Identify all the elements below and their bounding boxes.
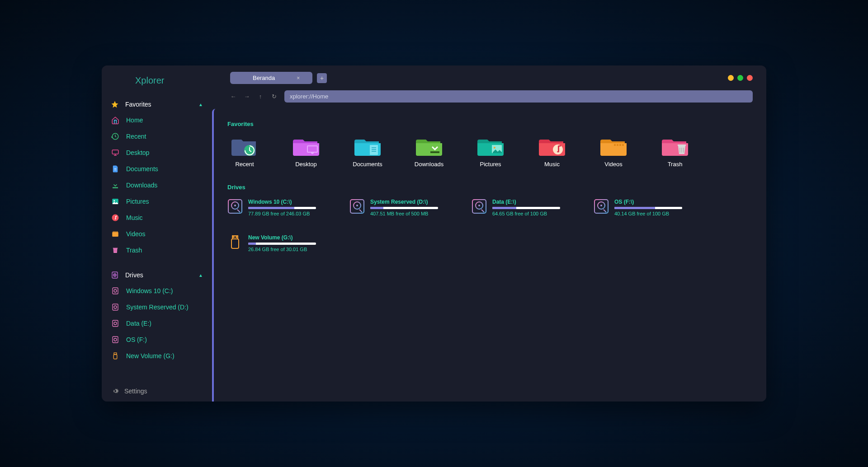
svg-rect-39 — [231, 239, 239, 248]
drive-item[interactable]: New Volume (G:\) 26.84 GB free of 30.01 … — [227, 234, 322, 252]
chevron-up-icon: ▲ — [198, 273, 203, 278]
favorite-music[interactable]: Music — [535, 135, 569, 168]
favorite-desktop[interactable]: Desktop — [289, 135, 323, 168]
hdd-icon — [594, 199, 609, 214]
tab-label: Beranda — [253, 75, 275, 81]
drive-free-text: 64.65 GB free of 100 GB — [492, 211, 566, 216]
drive-item[interactable]: OS (F:\) 40.14 GB free of 100 GB — [594, 199, 689, 216]
sidebar-drive-f[interactable]: OS (F:) — [102, 332, 212, 348]
recent-folder-icon — [231, 135, 258, 157]
minimize-button[interactable] — [728, 75, 734, 81]
sidebar-item-recent[interactable]: Recent — [102, 128, 212, 145]
sidebar-item-desktop[interactable]: Desktop — [102, 145, 212, 161]
drive-free-text: 407.51 MB free of 500 MB — [370, 211, 444, 216]
sidebar-item-videos[interactable]: Videos — [102, 226, 212, 242]
favorite-documents[interactable]: Documents — [350, 135, 385, 168]
nav-back-icon[interactable]: ← — [230, 93, 236, 100]
drive-name: OS (F:\) — [614, 199, 689, 205]
trash-icon — [111, 246, 120, 255]
drive-info: Data (E:\) 64.65 GB free of 100 GB — [492, 199, 566, 216]
sidebar-section-drives[interactable]: Drives ▲ — [102, 267, 212, 283]
sidebar-item-pictures[interactable]: Pictures — [102, 193, 212, 210]
close-button[interactable] — [747, 75, 753, 81]
sidebar-section-favorites[interactable]: Favorites ▲ — [102, 97, 212, 112]
sidebar-drive-g[interactable]: New Volume (G:) — [102, 348, 212, 364]
drive-name: Windows 10 (C:\) — [248, 199, 322, 205]
sidebar-item-label: System Reserved (D:) — [126, 304, 189, 311]
favorite-pictures[interactable]: Pictures — [473, 135, 508, 168]
hdd-icon — [349, 199, 365, 214]
drive-item[interactable]: Data (E:\) 64.65 GB free of 100 GB — [472, 199, 566, 216]
drive-item[interactable]: System Reserved (D:\) 407.51 MB free of … — [349, 199, 444, 216]
desktop-icon — [111, 148, 120, 157]
drive-info: System Reserved (D:\) 407.51 MB free of … — [370, 199, 444, 216]
drive-name: Data (E:\) — [492, 199, 566, 205]
drive-icon — [111, 271, 119, 279]
favorite-recent[interactable]: Recent — [227, 135, 262, 168]
drive-usage-bar — [248, 207, 316, 209]
sidebar-item-label: Videos — [126, 230, 146, 238]
favorite-label: Documents — [353, 161, 382, 168]
favorite-downloads[interactable]: Downloads — [412, 135, 446, 168]
path-input[interactable] — [284, 90, 753, 103]
app-title: Xplorer — [102, 65, 212, 97]
downloads-folder-icon — [415, 135, 443, 157]
drives-label: Drives — [125, 271, 143, 279]
sidebar-settings[interactable]: Settings — [102, 381, 212, 402]
hdd-icon — [111, 286, 120, 295]
drive-usage-bar — [370, 207, 438, 209]
sidebar-item-label: Home — [126, 117, 143, 124]
hdd-icon — [111, 319, 120, 328]
drive-free-text: 77.89 GB free of 246.03 GB — [248, 211, 322, 216]
drive-free-text: 40.14 GB free of 100 GB — [614, 211, 689, 216]
sidebar-item-downloads[interactable]: Downloads — [102, 177, 212, 193]
drive-info: New Volume (G:\) 26.84 GB free of 30.01 … — [248, 234, 322, 252]
favorite-trash[interactable]: Trash — [658, 135, 692, 168]
sidebar-item-label: Downloads — [126, 182, 157, 189]
favorite-label: Music — [544, 161, 560, 168]
music-folder-icon — [538, 135, 566, 157]
sidebar-item-documents[interactable]: Documents — [102, 161, 212, 177]
nav-refresh-icon[interactable]: ↻ — [271, 93, 277, 100]
sidebar-item-label: Data (E:) — [126, 320, 151, 327]
sidebar-item-home[interactable]: Home — [102, 112, 212, 128]
tab-home[interactable]: Beranda × — [230, 72, 312, 84]
svg-point-23 — [494, 147, 495, 149]
new-tab-button[interactable]: + — [317, 73, 327, 83]
svg-point-15 — [114, 338, 117, 341]
nav-forward-icon[interactable]: → — [244, 93, 250, 100]
svg-rect-17 — [113, 355, 117, 359]
svg-rect-0 — [112, 150, 118, 154]
svg-rect-10 — [113, 304, 118, 310]
usb-icon — [227, 234, 243, 250]
favorite-label: Desktop — [295, 161, 317, 168]
svg-point-9 — [114, 290, 117, 292]
favorite-label: Videos — [604, 161, 623, 168]
close-tab-icon[interactable]: × — [297, 75, 300, 81]
drive-info: OS (F:\) 40.14 GB free of 100 GB — [614, 199, 689, 216]
sidebar-drive-e[interactable]: Data (E:) — [102, 315, 212, 332]
sidebar-drive-c[interactable]: Windows 10 (C:) — [102, 283, 212, 299]
sidebar-drive-d[interactable]: System Reserved (D:) — [102, 299, 212, 315]
favorite-videos[interactable]: Videos — [596, 135, 631, 168]
settings-label: Settings — [124, 388, 147, 395]
sidebar-item-label: Pictures — [126, 198, 149, 205]
desktop-folder-icon — [292, 135, 320, 157]
sidebar-item-label: New Volume (G:) — [126, 352, 175, 360]
maximize-button[interactable] — [737, 75, 743, 81]
svg-rect-14 — [113, 336, 118, 343]
sidebar-item-trash[interactable]: Trash — [102, 242, 212, 258]
svg-point-41 — [236, 237, 237, 238]
drive-item[interactable]: Windows 10 (C:\) 77.89 GB free of 246.03… — [227, 199, 322, 216]
drive-name: New Volume (G:\) — [248, 234, 322, 241]
usb-icon — [111, 351, 120, 360]
nav-up-icon[interactable]: ↑ — [257, 93, 264, 100]
section-favorites-label: Favorites — [227, 121, 753, 127]
app-window: Xplorer Favorites ▲ Home Recent Desktop — [102, 65, 766, 402]
svg-point-40 — [233, 237, 234, 238]
favorites-label: Favorites — [125, 101, 151, 108]
main-panel: Beranda × + ← → ↑ ↻ Favorites Recent — [212, 65, 766, 402]
home-icon — [111, 116, 120, 125]
sidebar-item-music[interactable]: Music — [102, 210, 212, 226]
svg-point-31 — [356, 205, 358, 206]
